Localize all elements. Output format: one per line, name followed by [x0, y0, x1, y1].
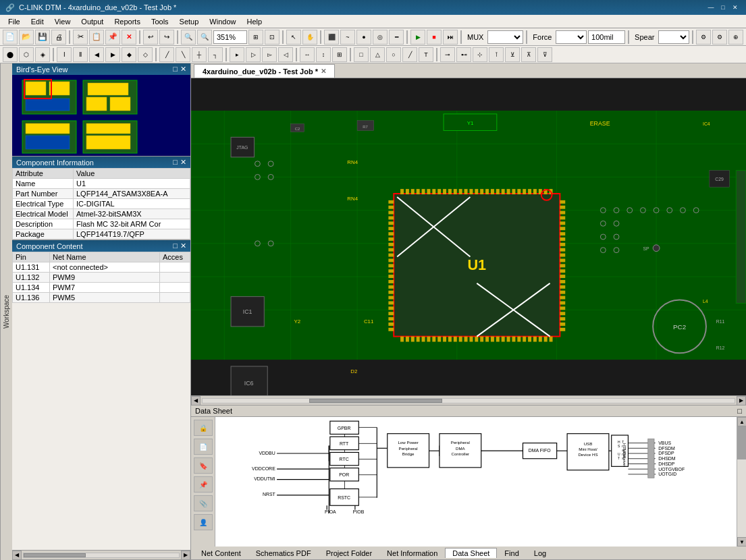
- birds-eye-close[interactable]: ✕: [180, 65, 186, 74]
- extra2-btn3[interactable]: ⊹: [473, 47, 487, 62]
- extra2-btn1[interactable]: ⊸: [440, 47, 455, 62]
- display-btn1[interactable]: Ⅰ: [57, 47, 72, 62]
- pad-button[interactable]: ●: [356, 30, 371, 45]
- component-content-float[interactable]: □: [173, 242, 178, 250]
- zoom-select-button[interactable]: ⊡: [265, 30, 279, 45]
- tab-project-folder[interactable]: Project Folder: [319, 548, 379, 559]
- probe-btn3[interactable]: ▻: [262, 47, 277, 62]
- route-btn3[interactable]: ┼: [192, 47, 207, 62]
- display-btn2[interactable]: Ⅱ: [73, 47, 88, 62]
- save-button[interactable]: 💾: [35, 30, 50, 45]
- tab-close-icon[interactable]: ✕: [321, 67, 326, 75]
- table-row[interactable]: NameU1: [13, 179, 190, 189]
- extra-btn3[interactable]: ⊕: [728, 30, 743, 45]
- track-button[interactable]: ━: [389, 30, 404, 45]
- table-row[interactable]: U1.131<not connected>: [13, 262, 190, 273]
- shape-btn4[interactable]: ╱: [402, 47, 417, 62]
- maximize-button[interactable]: □: [718, 3, 728, 12]
- paste-button[interactable]: 📌: [105, 30, 120, 45]
- ds-bookmark-icon[interactable]: 🔖: [194, 457, 213, 474]
- table-row[interactable]: U1.132PWM9: [13, 273, 190, 283]
- run-button[interactable]: ▶: [410, 30, 425, 45]
- tab-net-content[interactable]: Net Content: [194, 548, 248, 559]
- display-btn5[interactable]: ◆: [122, 47, 136, 62]
- pcb-hscroll-right[interactable]: ▶: [737, 396, 746, 405]
- tab-log[interactable]: Log: [527, 548, 554, 559]
- menu-output[interactable]: Output: [76, 16, 109, 27]
- extra-btn2[interactable]: ⚙: [712, 30, 727, 45]
- mux-dropdown[interactable]: [487, 30, 523, 44]
- pcb-hscroll-left[interactable]: ◀: [191, 396, 201, 405]
- tab-find[interactable]: Find: [497, 548, 526, 559]
- datasheet-vscroll[interactable]: ▲ ▼: [737, 417, 746, 547]
- probe-btn2[interactable]: ▷: [246, 47, 261, 62]
- datasheet-float[interactable]: □: [737, 407, 742, 415]
- zoom-out-button[interactable]: 🔍: [197, 30, 212, 45]
- extra2-btn5[interactable]: ⊻: [505, 47, 520, 62]
- extra2-btn4[interactable]: ⊺: [489, 47, 504, 62]
- pcb-hscroll-track[interactable]: [202, 398, 735, 403]
- display-btn6[interactable]: ◇: [138, 47, 153, 62]
- menu-help[interactable]: Help: [241, 16, 267, 27]
- table-row[interactable]: Part NumberLQFP144_ATSAM3X8EA-A: [13, 189, 190, 199]
- menu-view[interactable]: View: [49, 16, 76, 27]
- ds-vscroll-up[interactable]: ▲: [737, 417, 746, 426]
- display-btn3[interactable]: ◀: [89, 47, 104, 62]
- component-info-float[interactable]: □: [173, 158, 178, 167]
- hscroll-track[interactable]: [23, 553, 180, 558]
- shape-btn3[interactable]: ○: [386, 47, 401, 62]
- component-content-table-area[interactable]: Pin Net Name Acces U1.131<not connected>…: [12, 252, 190, 550]
- layer-btn3[interactable]: ◈: [35, 47, 50, 62]
- probe-btn4[interactable]: ◁: [278, 47, 293, 62]
- force-value-input[interactable]: [588, 30, 625, 44]
- ds-vscroll-track[interactable]: [737, 426, 746, 537]
- table-row[interactable]: Electrical ModelAtmel-32-bitSAM3X: [13, 209, 190, 219]
- table-row[interactable]: U1.136PWM5: [13, 293, 190, 303]
- route-btn2[interactable]: ╲: [176, 47, 190, 62]
- menu-edit[interactable]: Edit: [26, 16, 49, 27]
- menu-reports[interactable]: Reports: [109, 16, 146, 27]
- step-button[interactable]: ⏭: [443, 30, 458, 45]
- spear-dropdown[interactable]: [658, 30, 689, 44]
- birds-eye-float[interactable]: □: [173, 65, 178, 74]
- birds-eye-canvas[interactable]: [12, 75, 190, 156]
- component-button[interactable]: ⬛: [324, 30, 339, 45]
- open-button[interactable]: 📂: [19, 30, 34, 45]
- shape-btn2[interactable]: △: [370, 47, 385, 62]
- shape-btn5[interactable]: T: [419, 47, 433, 62]
- table-row[interactable]: U1.134PWM7: [13, 283, 190, 293]
- force-dropdown[interactable]: [556, 30, 587, 44]
- ds-clip-icon[interactable]: 📎: [194, 495, 213, 511]
- copy-button[interactable]: 📋: [89, 30, 104, 45]
- layer-btn2[interactable]: ⬡: [19, 47, 34, 62]
- workspace-tab[interactable]: Workspace: [0, 63, 12, 560]
- extra-btn1[interactable]: ⚙: [696, 30, 711, 45]
- select-button[interactable]: ↖: [286, 30, 301, 45]
- cut-button[interactable]: ✂: [73, 30, 88, 45]
- table-row[interactable]: PackageLQFP144T19.7/QFP: [13, 229, 190, 240]
- delete-button[interactable]: ✕: [122, 30, 136, 45]
- undo-button[interactable]: ↩: [143, 30, 158, 45]
- ds-lock-icon[interactable]: 🔒: [194, 420, 213, 436]
- new-button[interactable]: 📄: [3, 30, 18, 45]
- probe-btn1[interactable]: ▸: [230, 47, 244, 62]
- via-button[interactable]: ◎: [373, 30, 388, 45]
- tab-net-information[interactable]: Net Information: [379, 548, 445, 559]
- display-btn4[interactable]: ▶: [105, 47, 120, 62]
- zoom-in-button[interactable]: 🔍: [181, 30, 196, 45]
- extra2-btn2[interactable]: ⊷: [456, 47, 471, 62]
- route-btn1[interactable]: ╱: [159, 47, 174, 62]
- ds-vscroll-down[interactable]: ▼: [737, 537, 746, 547]
- tab-data-sheet[interactable]: Data Sheet: [445, 548, 497, 558]
- align-btn1[interactable]: ⊞: [332, 47, 347, 62]
- component-info-close[interactable]: ✕: [180, 158, 186, 167]
- extra2-btn7[interactable]: ⊽: [537, 47, 552, 62]
- shape-btn1[interactable]: □: [354, 47, 369, 62]
- minimize-button[interactable]: —: [705, 3, 716, 12]
- ds-person-icon[interactable]: 👤: [194, 514, 213, 530]
- menu-tools[interactable]: Tools: [146, 16, 174, 27]
- comp-content-hscroll[interactable]: ◀ ▶: [12, 550, 190, 559]
- hscroll-left[interactable]: ◀: [12, 551, 22, 560]
- stop-button[interactable]: ■: [427, 30, 442, 45]
- redo-button[interactable]: ↪: [159, 30, 174, 45]
